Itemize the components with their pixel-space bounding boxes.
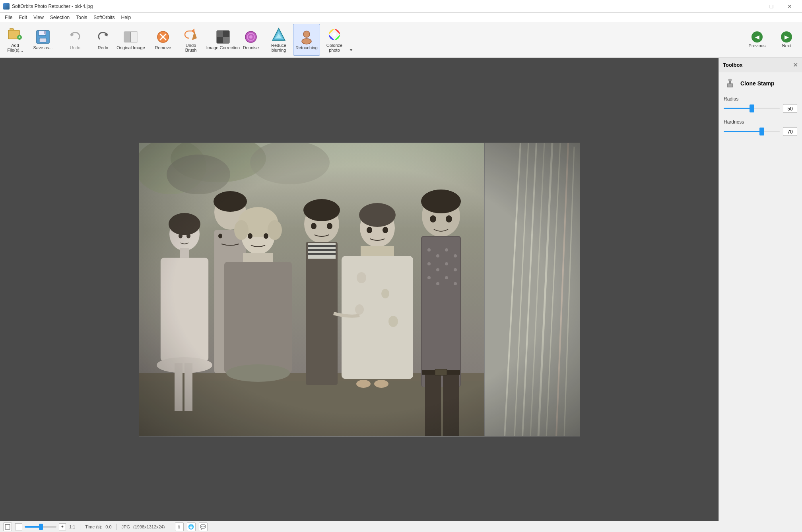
remove-button[interactable]: Remove xyxy=(150,24,177,56)
svg-rect-19 xyxy=(223,37,229,43)
svg-rect-18 xyxy=(217,37,223,43)
svg-marker-14 xyxy=(191,29,194,33)
zoom-controls: - + xyxy=(15,523,66,530)
undo-brush-icon xyxy=(183,27,198,42)
colorize-photo-label: Colorize photo xyxy=(323,43,346,52)
toolbox-content: Clone Stamp Radius 50 Hardness 70 xyxy=(719,72,802,141)
title-bar-controls: — □ ✕ xyxy=(744,0,799,13)
menu-softorbits[interactable]: SoftOrbits xyxy=(90,14,118,21)
zoom-out-button[interactable]: - xyxy=(15,523,22,530)
colorize-photo-button[interactable]: Colorize photo xyxy=(321,24,348,56)
svg-rect-117 xyxy=(139,143,580,437)
info-button[interactable]: ℹ xyxy=(175,522,184,531)
svg-point-22 xyxy=(249,35,252,39)
svg-text:+: + xyxy=(18,35,21,39)
image-correction-label: Image Correction xyxy=(206,45,240,50)
redo-label: Redo xyxy=(98,45,108,50)
svg-rect-17 xyxy=(223,31,229,37)
minimize-button[interactable]: — xyxy=(744,0,762,13)
photo-container xyxy=(0,58,718,521)
clone-stamp-icon xyxy=(724,77,736,90)
reduce-blurring-button[interactable]: Reduce blurring xyxy=(265,24,292,56)
menu-edit[interactable]: Edit xyxy=(16,14,30,21)
close-button[interactable]: ✕ xyxy=(781,0,799,13)
social-button[interactable]: 💬 xyxy=(199,522,208,531)
undo-brush-label: Undo Brush xyxy=(179,43,202,52)
image-correction-icon xyxy=(216,29,231,44)
undo-label: Undo xyxy=(70,45,80,50)
status-sep-2 xyxy=(117,524,117,530)
menu-help[interactable]: Help xyxy=(118,14,134,21)
denoise-button[interactable]: Denoise xyxy=(237,24,264,56)
svg-rect-119 xyxy=(728,84,732,87)
reduce-blurring-label: Reduce blurring xyxy=(267,43,290,52)
toolbox-title: Toolbox xyxy=(723,62,743,68)
previous-button[interactable]: ◀ Previous xyxy=(743,24,771,56)
retouching-icon xyxy=(299,29,314,44)
app-icon xyxy=(3,3,10,10)
toolbar-sep-1 xyxy=(59,28,59,52)
next-label: Next xyxy=(782,43,791,48)
colorize-photo-icon xyxy=(327,27,342,42)
menu-view[interactable]: View xyxy=(30,14,47,21)
svg-rect-6 xyxy=(44,31,46,34)
svg-point-121 xyxy=(728,79,732,81)
toolbox-close-button[interactable]: ✕ xyxy=(793,61,798,69)
web-button[interactable]: 🌐 xyxy=(187,522,196,531)
denoise-label: Denoise xyxy=(243,45,259,50)
add-files-icon: + xyxy=(8,27,23,42)
title-bar-left: SoftOrbits Photo Retoucher - old-4.jpg xyxy=(3,3,93,10)
original-image-button[interactable]: Original Image xyxy=(117,24,144,56)
radius-slider[interactable] xyxy=(724,108,780,109)
menu-file[interactable]: File xyxy=(2,14,16,21)
hardness-group: Hardness 70 xyxy=(724,119,797,136)
undo-button[interactable]: Undo xyxy=(62,24,89,56)
redo-button[interactable]: Redo xyxy=(89,24,117,56)
radius-label: Radius xyxy=(724,96,797,102)
menu-selection[interactable]: Selection xyxy=(47,14,73,21)
toolbar-sep-2 xyxy=(147,28,147,52)
undo-icon xyxy=(68,29,83,44)
svg-rect-5 xyxy=(39,38,47,42)
reduce-blurring-icon xyxy=(271,27,286,42)
photo-canvas xyxy=(139,143,580,437)
svg-rect-11 xyxy=(131,32,138,42)
previous-icon: ◀ xyxy=(752,31,763,43)
main-area: Toolbox ✕ Clone Stamp Radiu xyxy=(0,58,802,521)
format-label: JPG xyxy=(122,524,130,529)
hardness-row: 70 xyxy=(724,127,797,136)
hardness-value: 70 xyxy=(783,127,797,136)
photo-svg xyxy=(139,143,580,437)
retouching-button[interactable]: Retouching xyxy=(293,24,320,56)
title-bar: SoftOrbits Photo Retoucher - old-4.jpg —… xyxy=(0,0,802,13)
hardness-slider[interactable] xyxy=(724,131,780,132)
radius-value: 50 xyxy=(783,104,797,113)
next-icon: ▶ xyxy=(781,31,792,43)
maximize-button[interactable]: □ xyxy=(762,0,781,13)
zoom-slider-thumb[interactable] xyxy=(39,524,43,530)
toolbar-nav: ◀ Previous ▶ Next xyxy=(743,24,800,56)
menu-tools[interactable]: Tools xyxy=(73,14,90,21)
toolbar-dropdown[interactable] xyxy=(349,24,353,56)
menu-bar: File Edit View Selection Tools SoftOrbit… xyxy=(0,13,802,22)
next-button[interactable]: ▶ Next xyxy=(773,24,800,56)
image-correction-button[interactable]: Image Correction xyxy=(210,24,237,56)
status-sep-3 xyxy=(170,524,170,530)
canvas-area[interactable] xyxy=(0,58,718,521)
denoise-icon xyxy=(243,29,258,44)
remove-icon xyxy=(155,29,171,44)
svg-rect-122 xyxy=(5,524,10,529)
redo-icon xyxy=(95,29,111,44)
add-files-button[interactable]: + Add File(s)... xyxy=(2,24,29,56)
status-bar: - + 1:1 Time (s): 0.0 JPG (1998x1312x24)… xyxy=(0,521,802,532)
original-image-icon xyxy=(123,29,138,44)
time-value: 0.0 xyxy=(105,524,111,529)
save-as-button[interactable]: Save as... xyxy=(29,24,56,56)
zoom-fit-button[interactable] xyxy=(3,522,12,531)
original-image-label: Original Image xyxy=(117,45,145,50)
zoom-slider-fill xyxy=(25,526,41,528)
toolbar: + Add File(s)... Save as... Undo xyxy=(0,22,802,58)
radius-group: Radius 50 xyxy=(724,96,797,113)
zoom-in-button[interactable]: + xyxy=(59,523,66,530)
undo-brush-button[interactable]: Undo Brush xyxy=(177,24,204,56)
